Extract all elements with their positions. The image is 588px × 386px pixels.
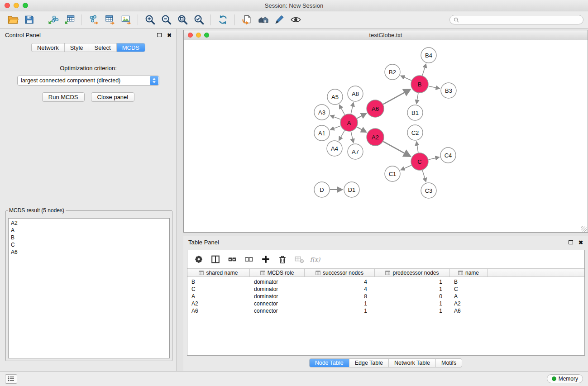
select-all-button[interactable] xyxy=(225,253,239,266)
create-column-button[interactable] xyxy=(259,253,272,266)
style-pen-button[interactable] xyxy=(271,13,287,27)
memory-button[interactable]: Memory xyxy=(547,374,583,383)
table-row[interactable]: Cdominator41C xyxy=(187,286,584,293)
float-table-panel-icon[interactable] xyxy=(569,240,573,244)
node-D1[interactable]: D1 xyxy=(344,182,359,197)
node-A6[interactable]: A6 xyxy=(367,100,384,117)
node-C1[interactable]: C1 xyxy=(385,166,400,181)
edge-B-B3[interactable] xyxy=(429,86,440,88)
maximize-window-button[interactable] xyxy=(23,3,28,8)
zoom-in-button[interactable] xyxy=(142,13,158,27)
network-minimize-button[interactable] xyxy=(196,33,201,38)
table-row[interactable]: A6connector11A6 xyxy=(187,307,584,315)
delete-columns-button[interactable] xyxy=(276,253,289,266)
search-field[interactable] xyxy=(449,15,583,24)
node-C2[interactable]: C2 xyxy=(407,125,423,140)
close-window-button[interactable] xyxy=(5,3,10,8)
edge-B-B4[interactable] xyxy=(422,64,426,76)
edge-C-C1[interactable] xyxy=(401,165,411,170)
table-cell[interactable]: A6 xyxy=(450,307,488,315)
mcds-result-list[interactable]: A2ABCA6 xyxy=(8,218,170,358)
edge-A6-B[interactable] xyxy=(383,90,410,105)
node-B[interactable]: B xyxy=(411,76,428,93)
node-A2[interactable]: A2 xyxy=(367,129,384,146)
edge-C-C4[interactable] xyxy=(429,157,439,160)
table-cell[interactable]: 0 xyxy=(375,293,450,300)
deselect-all-button[interactable] xyxy=(242,253,256,266)
table-cell[interactable]: dominator xyxy=(250,293,305,300)
import-table-from-file-button[interactable] xyxy=(61,13,77,27)
network-window-titlebar[interactable]: testGlobe.txt xyxy=(184,30,588,40)
search-input[interactable] xyxy=(461,17,579,23)
table-row[interactable]: Bdominator41B xyxy=(187,278,584,286)
tab-network-table[interactable]: Network Table xyxy=(389,359,436,367)
tab-select[interactable]: Select xyxy=(89,43,117,52)
edge-C-C2[interactable] xyxy=(416,142,418,152)
export-network-button[interactable] xyxy=(85,13,101,27)
network-maximize-button[interactable] xyxy=(204,33,209,38)
import-network-from-file-button[interactable] xyxy=(45,13,61,27)
node-A8[interactable]: A8 xyxy=(348,86,363,101)
node-B1[interactable]: B1 xyxy=(407,105,423,120)
mcds-result-item[interactable]: A xyxy=(11,227,167,234)
float-panel-icon[interactable] xyxy=(157,33,162,37)
node-A[interactable]: A xyxy=(340,114,358,131)
zoom-selected-button[interactable] xyxy=(191,13,207,27)
show-columns-button[interactable] xyxy=(209,253,222,266)
edge-A-A8[interactable] xyxy=(351,103,353,114)
mcds-result-item[interactable]: C xyxy=(11,241,167,248)
edge-A-A1[interactable] xyxy=(330,126,340,129)
edge-A-A3[interactable] xyxy=(330,115,340,119)
tab-edge-table[interactable]: Edge Table xyxy=(349,359,389,367)
node-C4[interactable]: C4 xyxy=(440,148,456,163)
table-cell[interactable]: 1 xyxy=(375,300,450,307)
node-B2[interactable]: B2 xyxy=(385,64,400,80)
column-header-predecessor-nodes[interactable]: predecessor nodes xyxy=(375,269,450,276)
table-cell[interactable]: B xyxy=(450,278,488,286)
table-cell[interactable]: 1 xyxy=(375,307,450,315)
column-header-mcds-role[interactable]: MCDS role xyxy=(250,269,305,276)
mcds-result-item[interactable]: A6 xyxy=(11,248,167,256)
minimize-window-button[interactable] xyxy=(14,3,19,8)
edge-A-A2[interactable] xyxy=(357,127,366,132)
node-A7[interactable]: A7 xyxy=(348,144,363,159)
table-cell[interactable]: 8 xyxy=(305,293,375,300)
task-history-button[interactable] xyxy=(5,374,17,384)
table-cell[interactable]: dominator xyxy=(250,286,305,293)
table-cell[interactable]: 1 xyxy=(375,278,450,286)
edge-A-A6[interactable] xyxy=(357,114,366,119)
edge-B-B1[interactable] xyxy=(416,93,418,104)
edge-A-A7[interactable] xyxy=(351,132,353,143)
node-B3[interactable]: B3 xyxy=(441,83,456,98)
table-cell[interactable]: 4 xyxy=(305,286,375,293)
network-canvas[interactable]: B4B2BB3A5A8A6B1A3AC2A1A2A4A7CC4C1C3DD1 xyxy=(184,40,588,232)
table-cell[interactable]: 1 xyxy=(305,307,375,315)
node-A1[interactable]: A1 xyxy=(314,125,330,141)
export-table-button[interactable] xyxy=(101,13,118,27)
save-session-button[interactable] xyxy=(21,13,37,27)
mcds-result-item[interactable]: A2 xyxy=(11,219,167,227)
column-header-successor-nodes[interactable]: successor nodes xyxy=(305,269,375,276)
node-A5[interactable]: A5 xyxy=(327,89,343,105)
node-C3[interactable]: C3 xyxy=(421,183,436,198)
column-header-name[interactable]: name xyxy=(450,269,488,276)
table-cell[interactable]: C xyxy=(450,286,488,293)
table-cell[interactable]: A6 xyxy=(187,307,250,315)
edge-A-A5[interactable] xyxy=(339,105,345,114)
export-image-button[interactable] xyxy=(118,13,134,27)
edge-A2-C[interactable] xyxy=(383,142,410,157)
tab-network[interactable]: Network xyxy=(32,43,65,52)
table-cell[interactable]: connector xyxy=(250,307,305,315)
criterion-dropdown[interactable]: largest connected component (directed) xyxy=(17,76,159,86)
close-panel-button[interactable]: Close panel xyxy=(91,92,135,102)
tab-mcds[interactable]: MCDS xyxy=(117,43,145,52)
table-mode-button[interactable] xyxy=(192,253,206,266)
node-B4[interactable]: B4 xyxy=(421,48,436,63)
table-row[interactable]: Adominator80A xyxy=(187,293,584,300)
node-C[interactable]: C xyxy=(411,153,428,170)
table-cell[interactable]: A2 xyxy=(187,300,250,307)
show-graphics-details-button[interactable] xyxy=(287,13,304,27)
open-session-button[interactable] xyxy=(5,13,21,27)
table-cell[interactable]: 1 xyxy=(305,300,375,307)
table-cell[interactable]: C xyxy=(187,286,250,293)
